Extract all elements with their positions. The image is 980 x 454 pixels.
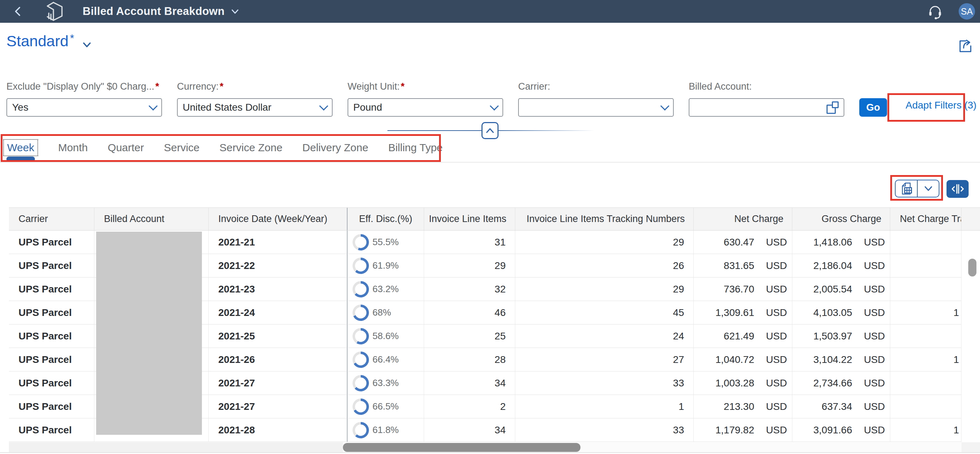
gross-charge-currency: USD	[852, 284, 885, 295]
gross-charge-amount: 2,005.54	[792, 284, 852, 295]
back-chevron-icon	[13, 6, 24, 17]
exclude-display-only-select[interactable]: Yes	[6, 98, 162, 117]
filter-label: Currency:	[177, 81, 219, 92]
share-button[interactable]	[955, 36, 974, 55]
weight-unit-select[interactable]: Pound	[348, 98, 503, 117]
gross-charge-amount: 2,734.66	[792, 378, 852, 389]
tab-week[interactable]: Week	[3, 139, 38, 156]
invoice-week-cell: 2021-28	[218, 424, 255, 436]
invoice-week-cell: 2021-27	[218, 401, 255, 413]
col-header-net-charge-tra[interactable]: Net Charge Tra	[890, 208, 961, 230]
app-logo-icon[interactable]	[41, 2, 68, 21]
tracking-numbers-cell: 26	[673, 260, 684, 271]
support-button[interactable]	[927, 3, 944, 20]
tracking-numbers-cell: 45	[673, 307, 684, 318]
select-value: Pound	[353, 102, 491, 113]
net-charge-amount: 213.30	[694, 401, 754, 413]
net-charge-currency: USD	[754, 260, 787, 271]
value-help-icon[interactable]	[827, 102, 838, 113]
avatar[interactable]: SA	[959, 3, 975, 19]
variant-name: Standard	[6, 33, 69, 49]
line-items-cell: 2	[500, 401, 506, 413]
adapt-filters-link[interactable]: Adapt Filters (3)	[905, 100, 977, 111]
net-charge-currency: USD	[754, 307, 787, 318]
col-header-invoice-date[interactable]: Invoice Date (Week/Year)	[209, 208, 348, 230]
net-charge-amount: 831.65	[694, 260, 754, 271]
line-items-cell: 25	[495, 330, 506, 342]
gross-charge-currency: USD	[852, 401, 885, 413]
horizontal-scrollbar-thumb[interactable]	[343, 443, 581, 452]
filter-label: Weight Unit:	[348, 81, 400, 92]
eff-disc-value: 63.2%	[372, 284, 399, 295]
collapse-header-button[interactable]	[482, 122, 498, 139]
col-header-eff-disc[interactable]: Eff. Disc.(%)	[348, 208, 424, 230]
eff-disc-value: 55.5%	[372, 237, 399, 248]
chevron-down-icon	[923, 185, 933, 192]
export-split-button	[895, 180, 939, 197]
net-charge-amount: 736.70	[694, 284, 754, 295]
vertical-scrollbar-thumb[interactable]	[968, 259, 977, 276]
gross-charge-amount: 2,186.04	[792, 260, 852, 271]
carrier-cell: UPS Parcel	[19, 330, 72, 342]
net-charge-amount: 630.47	[694, 237, 754, 248]
col-header-carrier[interactable]: Carrier	[9, 208, 94, 230]
page-title: Billed Account Breakdown	[83, 5, 225, 18]
filter-exclude-display-only: Exclude "Display Only" $0 Charg...* Yes	[6, 81, 162, 117]
variant-selector[interactable]: Standard *	[6, 33, 92, 49]
gross-charge-amount: 637.34	[792, 401, 852, 413]
tab-service-zone[interactable]: Service Zone	[220, 141, 282, 154]
line-items-cell: 34	[495, 378, 506, 389]
carrier-cell: UPS Parcel	[19, 378, 72, 389]
resize-columns-button[interactable]	[947, 180, 969, 198]
scrollbar-corner	[961, 442, 980, 452]
tab-delivery-zone[interactable]: Delivery Zone	[302, 141, 368, 154]
table-bottom-border	[0, 452, 980, 453]
tabbar: Week Month Quarter Service Service Zone …	[1, 135, 441, 160]
tab-quarter[interactable]: Quarter	[108, 141, 144, 154]
line-items-cell: 29	[495, 260, 506, 271]
net-charge-currency: USD	[754, 401, 787, 413]
go-button[interactable]: Go	[859, 98, 887, 117]
col-header-line-items[interactable]: Invoice Line Items	[424, 208, 515, 230]
required-marker: *	[155, 81, 159, 92]
billed-account-input[interactable]	[689, 98, 844, 117]
net-charge-tra-cell: 1	[953, 354, 959, 365]
tracking-numbers-cell: 29	[673, 237, 684, 248]
col-header-net-charge[interactable]: Net Charge	[694, 208, 792, 230]
net-charge-amount: 1,040.72	[694, 354, 754, 365]
tab-month[interactable]: Month	[58, 141, 88, 154]
gross-charge-amount: 1,503.97	[792, 330, 852, 342]
export-menu-button[interactable]	[918, 180, 939, 197]
title-dropdown[interactable]	[231, 7, 240, 16]
carrier-cell: UPS Parcel	[19, 284, 72, 295]
chevron-up-icon	[485, 127, 495, 135]
col-header-billed-account[interactable]: Billed Account	[94, 208, 209, 230]
net-charge-currency: USD	[754, 284, 787, 295]
eff-disc-value: 68%	[372, 307, 391, 318]
eff-disc-radial-chart	[353, 305, 369, 321]
select-value: United States Dollar	[183, 102, 320, 113]
line-items-cell: 34	[495, 424, 506, 436]
gross-charge-currency: USD	[852, 307, 885, 318]
filter-carrier: Carrier:	[518, 81, 674, 117]
col-header-tracking-numbers[interactable]: Invoice Line Items Tracking Numbers	[515, 208, 694, 230]
required-marker: *	[220, 81, 224, 92]
col-header-gross-charge[interactable]: Gross Charge	[792, 208, 890, 230]
chevron-down-icon	[490, 102, 498, 110]
back-button[interactable]	[12, 5, 24, 17]
tracking-numbers-cell: 33	[673, 424, 684, 436]
carrier-select[interactable]	[518, 98, 674, 117]
invoice-week-cell: 2021-26	[218, 354, 255, 365]
shell-header: Billed Account Breakdown SA	[0, 0, 980, 23]
chevron-down-icon	[660, 102, 669, 110]
line-items-cell: 31	[495, 237, 506, 248]
export-to-spreadsheet-button[interactable]	[896, 180, 918, 197]
line-items-cell: 28	[495, 354, 506, 365]
currency-select[interactable]: United States Dollar	[177, 98, 332, 117]
tracking-numbers-cell: 24	[673, 330, 684, 342]
gross-charge-amount: 1,418.06	[792, 237, 852, 248]
tab-service[interactable]: Service	[164, 141, 199, 154]
eff-disc-radial-chart	[353, 398, 369, 415]
tab-billing-type[interactable]: Billing Type	[388, 141, 443, 154]
gross-charge-amount: 3,104.22	[792, 354, 852, 365]
